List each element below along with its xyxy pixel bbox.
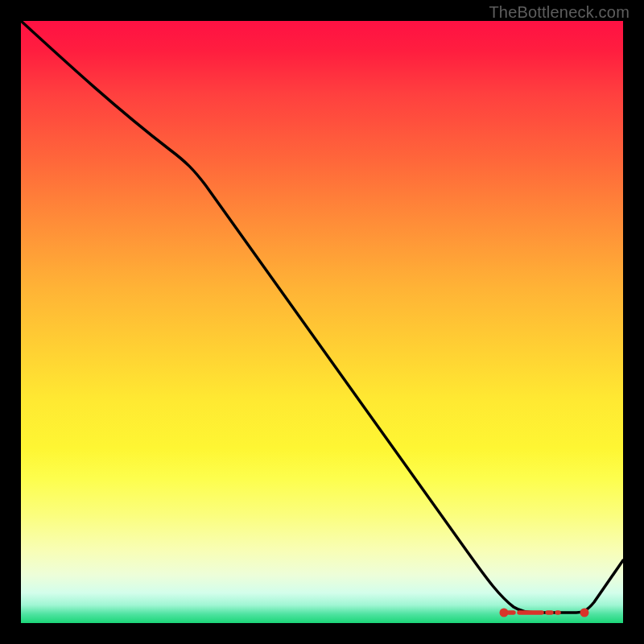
plot-area [21,21,623,623]
attribution-text: TheBottleneck.com [489,3,630,22]
chart-frame: TheBottleneck.com [0,0,644,644]
chart-overlay [21,21,623,623]
optimum-end-marker [580,609,589,617]
bottleneck-curve [21,21,623,613]
